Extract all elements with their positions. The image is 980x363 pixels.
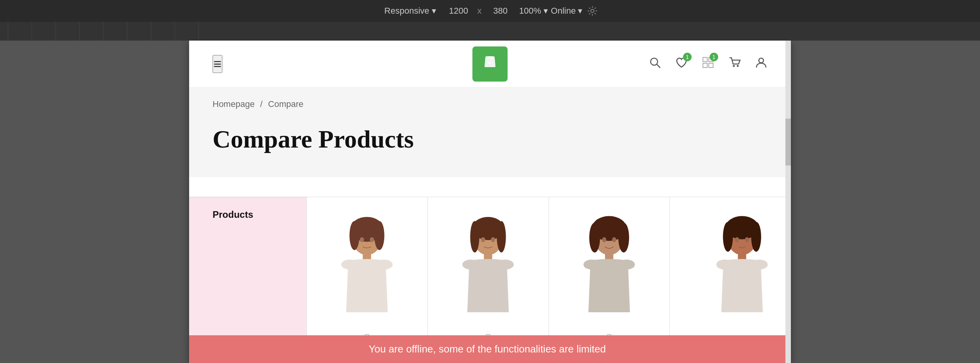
search-button[interactable]	[649, 56, 661, 72]
user-button[interactable]	[755, 56, 767, 72]
svg-point-18	[360, 237, 364, 242]
page-title-area: Compare Products	[189, 117, 791, 177]
svg-point-45	[618, 260, 635, 270]
online-label: Online	[551, 6, 576, 16]
responsive-label: Responsive	[384, 6, 429, 16]
sec-item-6[interactable]	[127, 22, 151, 41]
sec-item-3[interactable]	[56, 22, 80, 41]
zoom-dropdown[interactable]: 100% ▾	[519, 6, 548, 16]
product-3-image	[557, 205, 662, 353]
logo[interactable]	[472, 46, 508, 82]
browser-wrapper: ≡	[0, 41, 980, 363]
offline-text: You are offline, some of the functionali…	[368, 343, 606, 355]
breadcrumb-home[interactable]: Homepage	[213, 99, 255, 109]
cart-button[interactable]	[728, 56, 741, 72]
settings-icon-btn[interactable]	[585, 4, 599, 18]
svg-point-31	[497, 260, 514, 270]
svg-point-56	[751, 222, 761, 252]
dim-separator: x	[477, 6, 482, 16]
svg-point-14	[375, 221, 385, 250]
secondary-toolbar	[0, 22, 980, 41]
hamburger-menu-button[interactable]: ≡	[213, 55, 222, 73]
product-4-image	[678, 205, 783, 353]
responsive-arrow: ▾	[432, 6, 436, 16]
sec-item-7[interactable]	[151, 22, 175, 41]
svg-point-42	[618, 223, 629, 253]
toolbar: Responsive ▾ x 100% ▾ Online ▾	[0, 0, 980, 22]
svg-line-3	[657, 64, 660, 68]
online-dropdown[interactable]: Online ▾	[551, 6, 583, 16]
svg-point-9	[737, 65, 739, 67]
webpage: ≡	[189, 41, 791, 363]
compare-button[interactable]: 1	[702, 56, 714, 72]
svg-point-46	[602, 237, 606, 242]
height-input[interactable]	[485, 6, 516, 16]
svg-point-16	[342, 260, 358, 270]
svg-point-19	[370, 237, 374, 242]
svg-point-30	[462, 260, 479, 270]
wishlist-badge: 1	[683, 53, 692, 61]
toolbar-responsive-section: Responsive ▾ x 100% ▾ Online ▾	[381, 4, 600, 18]
product-2-image	[436, 205, 541, 353]
svg-point-10	[759, 58, 764, 63]
svg-point-44	[583, 260, 600, 270]
svg-point-17	[376, 260, 393, 270]
white-separator	[189, 177, 791, 197]
breadcrumb-area: Homepage / Compare	[189, 87, 791, 117]
zoom-arrow: ▾	[544, 6, 548, 16]
responsive-dropdown[interactable]: Responsive ▾	[381, 4, 440, 18]
width-input[interactable]	[443, 6, 474, 16]
svg-point-8	[733, 65, 735, 67]
svg-point-61	[745, 237, 749, 242]
svg-point-0	[591, 9, 594, 12]
offline-banner: You are offline, some of the functionali…	[189, 335, 785, 363]
compare-products-label: Products	[213, 209, 253, 220]
svg-point-32	[481, 237, 485, 242]
page-title: Compare Products	[213, 125, 767, 154]
logo-icon	[480, 52, 500, 77]
svg-rect-4	[703, 57, 707, 62]
svg-point-27	[470, 221, 479, 253]
scrollbar-thumb[interactable]	[785, 119, 791, 165]
hamburger-icon: ≡	[213, 56, 222, 72]
svg-point-60	[735, 237, 739, 242]
nav-header: ≡	[189, 41, 791, 87]
sec-item-5[interactable]	[104, 22, 127, 41]
svg-point-59	[751, 260, 768, 270]
svg-point-33	[491, 237, 495, 242]
breadcrumb-separator: /	[260, 99, 263, 109]
svg-rect-7	[709, 63, 713, 68]
svg-point-41	[589, 223, 600, 253]
sec-item-8[interactable]	[175, 22, 199, 41]
wishlist-button[interactable]: 1	[675, 56, 688, 72]
svg-point-28	[497, 221, 506, 253]
sec-item-2[interactable]	[32, 22, 56, 41]
svg-point-13	[350, 221, 360, 250]
breadcrumb: Homepage / Compare	[213, 99, 767, 109]
svg-point-47	[612, 237, 616, 242]
sec-item-4[interactable]	[80, 22, 104, 41]
product-1-image	[315, 205, 420, 353]
zoom-label: 100%	[519, 6, 541, 16]
online-arrow: ▾	[578, 6, 582, 16]
svg-point-55	[723, 222, 733, 252]
nav-icons: 1 1	[649, 56, 767, 72]
compare-badge: 1	[710, 53, 718, 61]
sec-item-1[interactable]	[8, 22, 32, 41]
svg-point-58	[716, 260, 733, 270]
breadcrumb-current: Compare	[268, 99, 303, 109]
svg-rect-6	[703, 63, 707, 68]
